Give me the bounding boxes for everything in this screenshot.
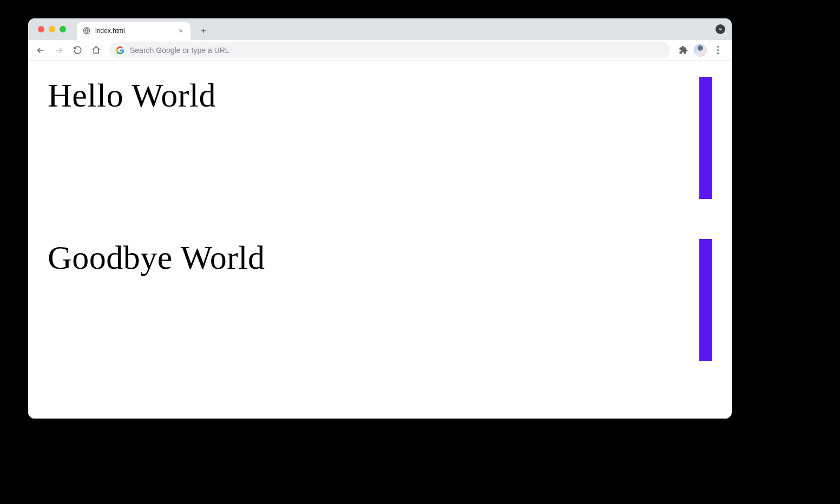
- browser-tab[interactable]: index.html: [77, 22, 191, 40]
- page-content: Hello World Goodbye World: [28, 61, 732, 419]
- profile-avatar[interactable]: [694, 44, 707, 57]
- section-hello: Hello World: [48, 77, 712, 239]
- nav-reload-button[interactable]: [69, 42, 86, 58]
- toolbar-right: [675, 43, 727, 58]
- address-input[interactable]: [130, 46, 664, 55]
- extensions-button[interactable]: [675, 43, 691, 58]
- browser-menu-button[interactable]: [710, 43, 725, 58]
- window-minimize-button[interactable]: [49, 26, 55, 32]
- heading-hello: Hello World: [48, 77, 712, 114]
- accent-block-2: [699, 239, 712, 361]
- nav-back-button[interactable]: [32, 42, 49, 58]
- address-bar[interactable]: [109, 42, 670, 58]
- nav-forward-button[interactable]: [51, 42, 67, 58]
- section-goodbye: Goodbye World: [48, 239, 712, 401]
- globe-icon: [82, 26, 91, 35]
- tab-close-button[interactable]: [176, 26, 185, 35]
- tab-search-button[interactable]: [716, 24, 725, 34]
- browser-window: index.html: [28, 18, 732, 419]
- new-tab-button[interactable]: [196, 23, 211, 38]
- browser-toolbar: [28, 40, 732, 61]
- window-close-button[interactable]: [38, 26, 44, 32]
- accent-block-1: [699, 77, 712, 199]
- heading-goodbye: Goodbye World: [48, 239, 712, 276]
- page-viewport: Hello World Goodbye World: [28, 61, 732, 419]
- nav-home-button[interactable]: [88, 42, 104, 58]
- google-icon: [116, 46, 124, 55]
- window-controls: [35, 18, 70, 40]
- window-maximize-button[interactable]: [60, 26, 66, 32]
- tab-strip: index.html: [28, 18, 732, 40]
- tab-title: index.html: [95, 27, 172, 35]
